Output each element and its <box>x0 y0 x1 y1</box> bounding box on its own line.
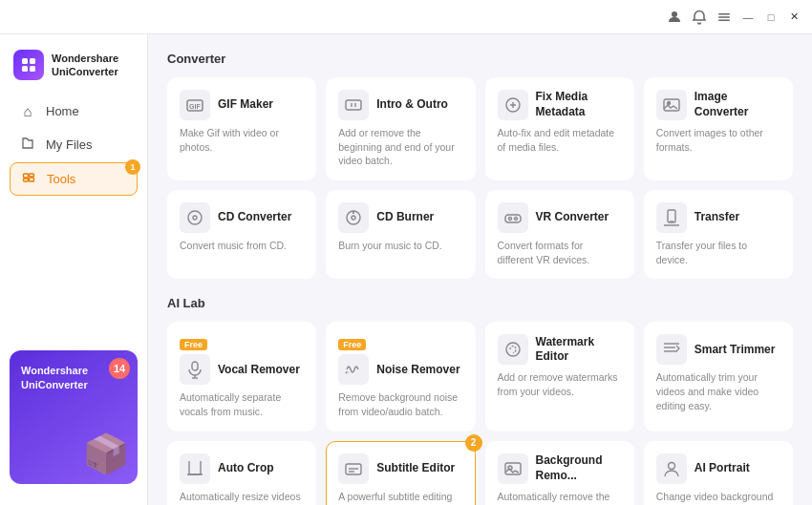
promo-version-badge: 14 <box>109 358 130 379</box>
tools-icon <box>20 171 37 187</box>
sidebar-item-home[interactable]: ⌂ Home <box>10 95 138 127</box>
vocal-remover-icon <box>180 354 210 385</box>
vr-converter-desc: Convert formats for different VR devices… <box>498 239 622 266</box>
svg-point-23 <box>352 216 355 220</box>
svg-rect-11 <box>24 179 29 181</box>
subtitle-editor-icon <box>338 453 369 484</box>
logo-text: Wondershare UniConverter <box>52 52 118 79</box>
ai-portrait-desc: Change video background with AI. <box>656 490 780 505</box>
promo-title-line2: UniConverter <box>21 378 126 392</box>
vr-converter-icon <box>498 202 528 233</box>
app-logo: Wondershare UniConverter <box>0 46 147 95</box>
tool-card-subtitle-editor[interactable]: 2 Subtitle Editor A powerful subtitle ed… <box>326 441 475 505</box>
image-converter-desc: Convert images to other formats. <box>656 126 780 154</box>
tool-card-background-remover[interactable]: Background Remo... Automatically remove … <box>485 441 634 505</box>
tool-card-auto-crop[interactable]: Auto Crop Automatically resize videos fo… <box>167 441 316 505</box>
intro-outro-desc: Add or remove the beginning and end of y… <box>338 126 462 168</box>
maximize-button[interactable]: □ <box>764 11 778 24</box>
tool-card-smart-trimmer[interactable]: Smart Trimmer Automatically trim your vi… <box>644 322 793 431</box>
tool-card-intro-outro[interactable]: Intro & Outro Add or remove the beginnin… <box>326 77 475 180</box>
ailab-grid: Free Vocal Remover Automatically separat… <box>167 322 793 505</box>
watermark-editor-icon <box>498 334 528 365</box>
watermark-editor-desc: Add or remove watermarks from your video… <box>498 370 622 398</box>
tool-card-vocal-remover[interactable]: Free Vocal Remover Automatically separat… <box>167 322 316 431</box>
sidebar-item-tools-label: Tools <box>47 172 75 186</box>
background-remover-desc: Automatically remove the background from… <box>498 490 622 505</box>
transfer-name: Transfer <box>694 210 739 225</box>
tool-card-cd-converter[interactable]: CD Converter Convert music from CD. <box>167 190 316 279</box>
section-ailab-label: AI Lab <box>167 296 793 310</box>
files-icon <box>19 137 36 153</box>
svg-point-19 <box>667 102 670 105</box>
subtitle-editor-desc: A powerful subtitle editing tool. <box>338 490 462 505</box>
svg-rect-3 <box>718 19 730 21</box>
sidebar-nav: ⌂ Home My Files 1 <box>0 95 147 196</box>
transfer-icon <box>656 202 687 233</box>
tool-card-noise-remover[interactable]: Free Noise Remover Remove background noi… <box>326 322 475 431</box>
svg-text:GIF: GIF <box>189 103 201 110</box>
tool-card-fix-media[interactable]: Fix Media Metadata Auto-fix and edit met… <box>485 77 634 180</box>
noise-remover-desc: Remove background noise from video/audio… <box>338 390 462 418</box>
promo-card[interactable]: 14 Wondershare UniConverter 📦 <box>10 350 138 484</box>
gif-maker-desc: Make Gif with video or photos. <box>180 126 304 154</box>
auto-crop-desc: Automatically resize videos for differen… <box>180 490 304 505</box>
svg-rect-6 <box>22 66 28 72</box>
titlebar: — □ ✕ <box>0 0 812 34</box>
sidebar-item-my-files[interactable]: My Files <box>10 129 138 160</box>
minimize-button[interactable]: — <box>741 11 755 24</box>
tool-card-cd-burner[interactable]: CD Burner Burn your music to CD. <box>326 190 475 279</box>
svg-rect-8 <box>24 174 29 178</box>
svg-rect-5 <box>30 58 35 64</box>
background-remover-name: Background Remo... <box>536 453 622 483</box>
section-converter-label: Converter <box>167 52 793 66</box>
bell-icon[interactable] <box>692 10 707 25</box>
svg-rect-27 <box>668 210 675 222</box>
logo-icon <box>13 50 44 80</box>
menu-icon[interactable] <box>716 10 732 25</box>
subtitle-step-badge: 2 <box>465 434 482 452</box>
close-button[interactable]: ✕ <box>787 11 801 24</box>
transfer-desc: Transfer your files to device. <box>656 239 780 266</box>
home-icon: ⌂ <box>19 103 36 119</box>
user-icon[interactable] <box>667 10 682 25</box>
cd-burner-name: CD Burner <box>376 210 434 225</box>
svg-rect-7 <box>30 66 35 72</box>
subtitle-editor-name: Subtitle Editor <box>376 461 455 476</box>
tool-card-image-converter[interactable]: Image Converter Convert images to other … <box>644 77 793 180</box>
svg-rect-1 <box>718 13 730 15</box>
fix-media-icon <box>498 90 528 120</box>
free-badge-noise: Free <box>338 339 366 350</box>
sidebar-item-tools[interactable]: 1 Tools <box>10 162 138 196</box>
converter-grid: GIF GIF Maker Make Gif with video or pho… <box>167 77 793 279</box>
image-converter-icon <box>656 90 687 120</box>
tool-card-vr-converter[interactable]: VR Converter Convert formats for differe… <box>485 190 634 279</box>
titlebar-controls: — □ ✕ <box>667 10 801 25</box>
auto-crop-icon <box>180 453 210 484</box>
tool-card-gif-maker[interactable]: GIF GIF Maker Make Gif with video or pho… <box>167 77 316 180</box>
svg-rect-24 <box>505 215 521 222</box>
vocal-remover-name: Vocal Remover <box>218 363 300 378</box>
svg-point-32 <box>506 343 520 356</box>
promo-decoration: 📦 <box>82 431 130 476</box>
svg-rect-10 <box>30 174 34 177</box>
auto-crop-name: Auto Crop <box>218 461 274 476</box>
cd-burner-desc: Burn your music to CD. <box>338 239 462 253</box>
tools-badge: 1 <box>125 159 140 175</box>
smart-trimmer-icon <box>656 334 687 365</box>
main-layout: Wondershare UniConverter ⌂ Home My Files… <box>0 34 812 505</box>
tool-card-watermark-editor[interactable]: Watermark Editor Add or remove watermark… <box>485 322 634 431</box>
cd-burner-icon <box>338 202 369 233</box>
tool-card-transfer[interactable]: Transfer Transfer your files to device. <box>644 190 793 279</box>
svg-point-21 <box>193 216 197 220</box>
noise-remover-icon <box>338 354 369 385</box>
svg-point-25 <box>508 218 511 221</box>
svg-rect-9 <box>30 178 34 181</box>
tool-card-ai-portrait[interactable]: AI Portrait Change video background with… <box>644 441 793 505</box>
smart-trimmer-name: Smart Trimmer <box>694 343 776 358</box>
svg-point-26 <box>514 218 517 221</box>
svg-rect-29 <box>192 362 198 370</box>
gif-maker-icon: GIF <box>180 90 210 120</box>
fix-media-desc: Auto-fix and edit metadate of media file… <box>498 126 622 154</box>
vr-converter-name: VR Converter <box>536 210 609 225</box>
main-content: Converter GIF GIF Maker Make Gif with vi… <box>148 34 812 505</box>
